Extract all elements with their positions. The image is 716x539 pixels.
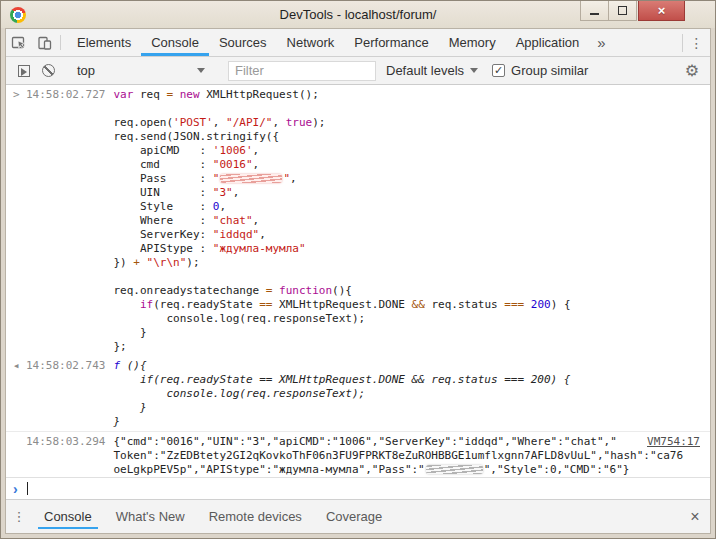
tab-console[interactable]: Console [141,29,209,56]
drawer-tab-coverage[interactable]: Coverage [314,500,394,533]
tab-performance[interactable]: Performance [344,29,438,56]
drawer-close-icon[interactable]: × [680,500,710,533]
console-prompt[interactable]: › [6,477,710,499]
main-tabbar: ElementsConsoleSourcesNetworkPerformance… [6,29,710,57]
text-cursor [27,482,28,495]
message-text: var req = new XMLHttpRequest(); req.open… [113,88,570,354]
console-toolbar: top Default levels ✓ Group similar ⚙ [6,57,710,85]
more-tabs-icon[interactable]: » [589,29,613,56]
device-toolbar-icon[interactable] [32,29,58,56]
titlebar[interactable]: DevTools - localhost/forum/ × [1,1,715,28]
group-similar-checkbox[interactable]: ✓ [492,64,505,77]
tab-elements[interactable]: Elements [67,29,141,56]
devtools-tabs: ElementsConsoleSourcesNetworkPerformance… [67,29,589,56]
group-similar-toggle[interactable]: ✓ Group similar [492,63,588,78]
timestamp: 14:58:02.743 [26,359,105,373]
drawer-tab-what-s-new[interactable]: What's New [104,500,197,533]
filter-input[interactable] [228,61,376,81]
chevron-down-icon [470,68,478,73]
timestamp: 14:58:02.727 [26,88,105,102]
source-link[interactable]: VM754:17 [647,435,700,449]
log-levels-dropdown[interactable]: Default levels [386,63,478,78]
log-levels-value: Default levels [386,63,464,78]
close-button[interactable]: × [638,1,685,21]
input-chevron-icon: > [13,88,26,102]
spacer [614,29,682,56]
drawer-tabbar: ⋮ ConsoleWhat's NewRemote devicesCoverag… [6,499,710,533]
group-similar-label: Group similar [511,63,588,78]
drawer-menu-icon[interactable]: ⋮ [6,500,32,533]
window-controls: × [580,1,685,21]
prompt-chevron-icon: › [13,481,26,497]
console-messages: >14:58:02.727var req = new XMLHttpReques… [6,85,710,477]
chevron-down-icon [197,68,205,73]
redacted-password [426,465,483,474]
main-menu-icon[interactable]: ⋮ [682,34,710,52]
inspect-element-icon[interactable] [6,29,32,56]
devtools-window: DevTools - localhost/forum/ × ElementsCo… [0,0,716,539]
timestamp: 14:58:03.294 [26,435,105,449]
drawer-tabs: ConsoleWhat's NewRemote devicesCoverage [32,500,394,533]
execution-context-selector[interactable]: top [65,63,213,78]
drawer-tab-remote-devices[interactable]: Remote devices [197,500,314,533]
console-entry: >14:58:02.727var req = new XMLHttpReques… [6,85,710,356]
minimize-button[interactable] [580,1,609,21]
result-arrow-icon: ◂ [13,359,26,373]
settings-gear-icon[interactable]: ⚙ [680,59,704,83]
divider [60,35,61,50]
console-sidebar-icon[interactable] [12,59,36,83]
message-text: {"cmd":"0016","UIN":"3","apiCMD":"1006",… [113,435,683,477]
maximize-button[interactable] [608,1,637,21]
spacer [394,500,680,533]
minimize-icon [590,13,599,15]
execution-context-value: top [77,63,95,78]
tab-network[interactable]: Network [277,29,345,56]
redacted-password [220,174,282,183]
devtools-app: ElementsConsoleSourcesNetworkPerformance… [5,28,711,534]
maximize-icon [618,6,627,15]
console-entry: 14:58:03.294{"cmd":"0016","UIN":"3","api… [6,431,710,477]
console-entry: ◂14:58:02.743f (){ if(req.readyState == … [6,356,710,431]
tab-application[interactable]: Application [506,29,590,56]
message-text: f (){ if(req.readyState == XMLHttpReques… [113,359,570,429]
tab-sources[interactable]: Sources [209,29,277,56]
drawer-tab-console[interactable]: Console [32,500,104,533]
clear-glyph [42,64,55,77]
clear-console-icon[interactable] [36,59,60,83]
sidebar-glyph [18,65,30,77]
tab-memory[interactable]: Memory [439,29,506,56]
